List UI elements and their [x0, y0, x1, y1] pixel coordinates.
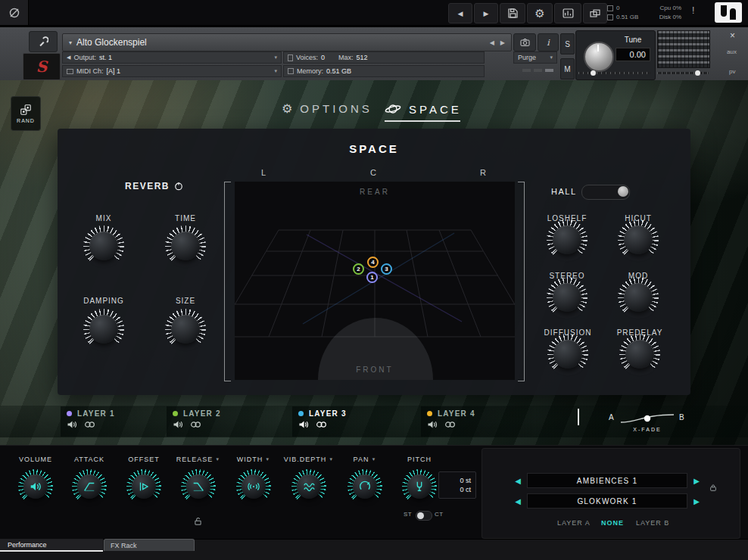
max-value: 512	[357, 54, 368, 61]
output-select[interactable]: ◀ Output: st. 1 ▾	[62, 51, 282, 64]
rand-label: RAND	[17, 118, 35, 123]
layer-2-link-icon[interactable]	[190, 420, 201, 429]
tab-performance[interactable]: Performance	[0, 539, 103, 551]
diffusion-knob[interactable]	[547, 334, 588, 375]
voices-glyph-icon	[288, 54, 293, 61]
memory-glyph-icon	[288, 68, 294, 74]
system-toolbar: ◀ ▶ ⚙ 0 0.51 GB Cpu 0% Disk 0% !	[0, 0, 748, 27]
width-knob[interactable]	[236, 469, 271, 504]
st-ct-toggle[interactable]	[416, 511, 432, 521]
layer-1-link-icon[interactable]	[84, 420, 95, 429]
instrument-title-bar[interactable]: ▾ Alto Glockenspiel ◀ ▶	[62, 33, 512, 51]
pan-slider[interactable]	[578, 72, 651, 74]
tab-options[interactable]: ⚙ OPTIONS	[282, 101, 372, 116]
tune-knob[interactable]	[584, 42, 614, 72]
layer-4-speaker-icon[interactable]	[427, 420, 437, 429]
nav-forward-button[interactable]: ▶	[474, 3, 498, 23]
layer-2-position-marker[interactable]: 2	[353, 263, 364, 275]
attack-knob[interactable]	[72, 469, 107, 504]
resource-stats: 0 0.51 GB	[607, 4, 638, 22]
layer-1-tab[interactable]: LAYER 1	[61, 406, 173, 437]
mixer-view-button[interactable]	[554, 3, 581, 23]
slots-lock-icon[interactable]	[709, 483, 718, 492]
layer-4-link-icon[interactable]	[444, 420, 456, 429]
size-knob[interactable]	[165, 309, 206, 350]
pitch-knob[interactable]	[402, 469, 437, 504]
tab-space[interactable]: SPACE	[385, 101, 462, 117]
pitch-value-display[interactable]: 0 st 0 ct	[438, 471, 476, 499]
pan-caret-icon[interactable]: ▼	[371, 457, 376, 462]
tab-fx-rack[interactable]: FX Rack	[104, 539, 195, 551]
release-lock-icon[interactable]	[193, 516, 203, 526]
layer-3-speaker-icon[interactable]	[298, 420, 308, 429]
instrument-brand-logo: S	[23, 53, 61, 80]
vibdepth-knob[interactable]	[291, 469, 326, 504]
slot-b-field[interactable]: GLOKWORK 1	[527, 493, 687, 509]
close-instrument-button[interactable]: ×	[730, 30, 735, 41]
info-icon: i	[547, 38, 550, 48]
mix-knob[interactable]	[83, 226, 124, 266]
midi-caret-icon: ▾	[274, 68, 277, 74]
pan-slider-handle[interactable]	[591, 70, 596, 76]
layer-3-link-icon[interactable]	[316, 420, 327, 429]
warning-indicator[interactable]: !	[692, 6, 694, 15]
tune-value[interactable]: 0.00	[616, 48, 650, 61]
layer-1-speaker-icon[interactable]	[67, 420, 76, 429]
layer-4-tab[interactable]: LAYER 4	[421, 406, 533, 437]
layer-3-position-marker[interactable]: 3	[381, 263, 392, 275]
hicut-knob[interactable]	[618, 219, 659, 260]
solo-button[interactable]: S	[560, 33, 575, 54]
stereo-knob[interactable]	[547, 277, 587, 318]
damping-knob[interactable]	[83, 309, 124, 350]
predelay-knob[interactable]	[619, 334, 660, 375]
layer-b-option[interactable]: LAYER B	[636, 519, 669, 527]
volume-slider[interactable]	[657, 72, 709, 74]
layer-1-color-dot	[67, 411, 72, 416]
layer-2-speaker-icon[interactable]	[173, 420, 182, 429]
slot-a-field[interactable]: AMBIENCES 1	[527, 473, 687, 488]
options-gear-button[interactable]: ⚙	[527, 3, 553, 23]
layer-a-option[interactable]: LAYER A	[557, 519, 591, 527]
randomize-button[interactable]: RAND	[11, 96, 41, 131]
offset-knob[interactable]	[126, 469, 161, 504]
hall-toggle[interactable]	[581, 185, 630, 200]
pv-label[interactable]: pv	[729, 68, 735, 75]
camera-icon	[519, 37, 531, 48]
layer-3-tab[interactable]: LAYER 3	[292, 406, 404, 437]
layer-2-tab[interactable]: LAYER 2	[167, 406, 279, 437]
window-layout-button[interactable]	[583, 3, 607, 23]
output-value: st. 1	[99, 54, 112, 61]
edit-wrench-button[interactable]	[29, 31, 58, 52]
output-level-meter	[657, 30, 710, 68]
volume-knob[interactable]	[18, 469, 53, 504]
save-button[interactable]	[500, 3, 525, 23]
snapshot-camera-button[interactable]	[513, 33, 536, 51]
purge-menu[interactable]: Purge ▾	[513, 51, 557, 64]
mod-knob[interactable]	[618, 277, 659, 318]
aux-label[interactable]: aux	[727, 48, 737, 55]
release-knob[interactable]	[181, 469, 216, 504]
layer-1-position-marker[interactable]: 1	[366, 272, 378, 283]
mute-button[interactable]: M	[560, 58, 575, 79]
prev-instrument-arrow[interactable]: ◀	[487, 39, 497, 46]
info-button[interactable]: i	[538, 33, 559, 51]
time-knob[interactable]	[165, 226, 206, 266]
midi-channel-select[interactable]: MIDI Ch: [A] 1 ▾	[62, 65, 282, 77]
power-icon[interactable]	[174, 182, 183, 191]
pan-knob[interactable]	[348, 469, 382, 504]
slot-a-prev-button[interactable]: ◀	[512, 474, 524, 487]
kontakt-window: ◀ ▶ ⚙ 0 0.51 GB Cpu 0% Disk 0% ! S ▾ Alt…	[0, 0, 748, 560]
kontakt-logo-icon[interactable]	[0, 0, 29, 25]
nav-back-button[interactable]: ◀	[448, 3, 472, 23]
xfade-slider[interactable]	[619, 411, 675, 426]
width-caret-icon[interactable]: ▼	[265, 457, 270, 462]
layer-4-position-marker[interactable]: 4	[367, 257, 379, 268]
loshelf-knob[interactable]	[547, 219, 587, 260]
volume-slider-handle[interactable]	[695, 70, 700, 76]
next-instrument-arrow[interactable]: ▶	[497, 39, 511, 46]
none-option[interactable]: NONE	[601, 519, 624, 527]
stage-right-label: R	[480, 168, 486, 177]
slot-b-prev-button[interactable]: ◀	[512, 494, 524, 508]
slot-b-next-button[interactable]: ▶	[690, 494, 703, 508]
slot-a-next-button[interactable]: ▶	[690, 474, 703, 487]
